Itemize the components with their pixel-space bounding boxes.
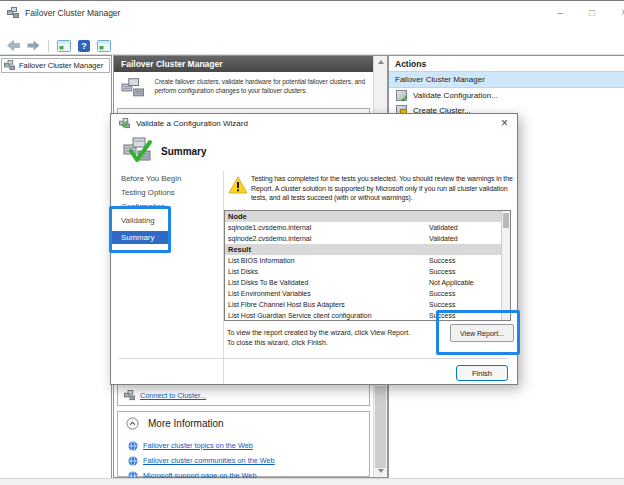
forward-icon [27,41,39,51]
validation-results-rows: Node sqlnode1.cvsdemo.internal Validated… [225,211,510,321]
wizard-page-title: Summary [161,146,207,157]
app-cluster-icon [7,7,19,19]
table-row[interactable]: List BIOS Information Success [225,255,510,266]
toolbar-separator [48,40,49,52]
dialog-separator [119,358,509,359]
test-name: List Disks To Be Validated [228,277,308,288]
view-report-button[interactable]: View Report... [450,324,514,342]
table-row[interactable]: List Host Guardian Service client config… [225,310,510,321]
wizard-step[interactable]: Validating [111,214,223,228]
test-result: Success [429,310,455,321]
wizard-step[interactable]: Summary [111,231,168,244]
action-item[interactable]: Validate Configuration... [389,88,624,103]
test-name: sqlnode1.cvsdemo.internal [228,222,311,233]
table-row[interactable]: List Disks To Be Validated Not Applicabl… [225,277,510,288]
console-tree-icon [57,40,71,52]
web-link-label: Failover cluster communities on the Web [143,456,275,465]
wizard-body: Before You BeginTesting OptionsConfirmat… [111,171,517,384]
window-title: Failover Cluster Manager [25,8,120,18]
wizard-step[interactable]: Testing Options [111,186,223,200]
failover-cluster-manager-window: Failover Cluster Manager – □ × ? [0,0,624,485]
web-link[interactable]: Failover cluster communities on the Web [128,453,365,468]
table-row[interactable]: List Disks Success [225,266,510,277]
wizard-steps-sidebar: Before You BeginTesting OptionsConfirmat… [111,171,223,384]
table-row[interactable]: sqlnode1.cvsdemo.internal Validated [225,222,510,233]
test-result: Not Applicable [429,277,474,288]
test-result: Success [429,299,455,310]
toolbar: ? [0,37,624,55]
show-hide-action-pane-button[interactable] [96,39,112,53]
actions-context-row[interactable]: Failover Cluster Manager [389,72,624,88]
center-pane-description: Create failover clusters, validate hardw… [154,77,371,99]
table-row[interactable]: Node [225,211,510,222]
dialog-titlebar: Validate a Configuration Wizard × [111,114,517,133]
test-result: Success [429,288,455,299]
cluster-servers-icon [121,77,146,99]
scroll-down-arrow-icon[interactable] [374,465,387,477]
web-globe-icon [128,441,138,451]
wizard-step[interactable]: Before You Begin [111,172,223,186]
center-pane-header: Failover Cluster Manager [114,56,387,72]
warning-icon [228,176,248,194]
window-controls: – □ × [558,8,624,18]
test-name: List Fibre Channel Host Bus Adapters [228,299,345,310]
web-links-list: Failover cluster topics on the Web Failo… [128,438,365,483]
minimize-button[interactable]: – [558,8,564,18]
view-report-hint: To view the report created by the wizard… [227,329,410,336]
test-name: sqlnode2.cvsdemo.internal [228,233,311,244]
test-result: Validated [429,222,458,233]
table-scrollbar-thumb[interactable] [503,213,509,228]
web-link-label: Failover cluster topics on the Web [143,441,253,450]
validation-results-table: Node sqlnode1.cvsdemo.internal Validated… [224,210,511,321]
test-name: Result [228,244,251,255]
dialog-close-icon[interactable]: × [501,116,508,130]
scroll-up-arrow-icon[interactable] [374,56,387,68]
maximize-button[interactable]: □ [589,8,595,18]
test-name: List Host Guardian Service client config… [228,310,372,321]
connect-to-cluster-link[interactable]: Connect to Cluster... [140,391,206,400]
test-name: Node [228,211,247,222]
test-name: List Environment Variables [228,288,311,299]
wizard-step-label: Confirmation [121,202,165,211]
connect-cluster-icon [124,390,135,401]
more-information-header[interactable]: More Information [126,417,224,430]
table-row[interactable]: sqlnode2.cvsdemo.internal Validated [225,233,510,244]
test-result: Success [429,255,455,266]
action-item-label: Validate Configuration... [413,91,498,100]
tree-item-label: Failover Cluster Manager [19,61,103,70]
menubar [0,23,624,37]
scrollbar-thumb[interactable] [375,386,386,468]
finish-button[interactable]: Finish [456,365,508,381]
actions-pane-title: Actions [389,56,624,72]
wizard-step-label: Validating [121,216,155,225]
test-name: List Disks [228,266,258,277]
console-tree-panel: Failover Cluster Manager [0,55,112,478]
table-row[interactable]: Result [225,244,510,255]
back-icon [7,41,19,51]
web-link[interactable]: Failover cluster topics on the Web [128,438,365,453]
wizard-page-header: Summary [111,133,517,171]
dialog-title: Validate a Configuration Wizard [136,119,248,128]
wizard-step-label: Testing Options [121,188,175,197]
back-button[interactable] [5,39,21,53]
table-scrollbar[interactable] [501,211,510,320]
table-row[interactable]: List Environment Variables Success [225,288,510,299]
validate-configuration-icon [396,90,407,101]
finish-hint: To close this wizard, click Finish. [227,339,328,346]
test-name: List BIOS Information [228,255,295,266]
show-console-tree-button[interactable] [56,39,72,53]
summary-check-cluster-icon [123,136,153,166]
test-result: Success [429,266,455,277]
wizard-cluster-icon [119,118,130,129]
statusbar [0,478,624,485]
help-button[interactable]: ? [76,39,92,53]
web-globe-icon [128,456,138,466]
forward-button[interactable] [25,39,41,53]
connect-to-cluster-row[interactable]: Connect to Cluster... [124,390,206,401]
table-row[interactable]: List Fibre Channel Host Bus Adapters Suc… [225,299,510,310]
help-icon: ? [78,40,90,52]
action-pane-icon [97,40,111,52]
wizard-step[interactable]: Confirmation [111,200,223,214]
tree-item-failover-cluster-manager[interactable]: Failover Cluster Manager [1,58,110,73]
wizard-content: Testing has completed for the tests you … [223,171,517,384]
